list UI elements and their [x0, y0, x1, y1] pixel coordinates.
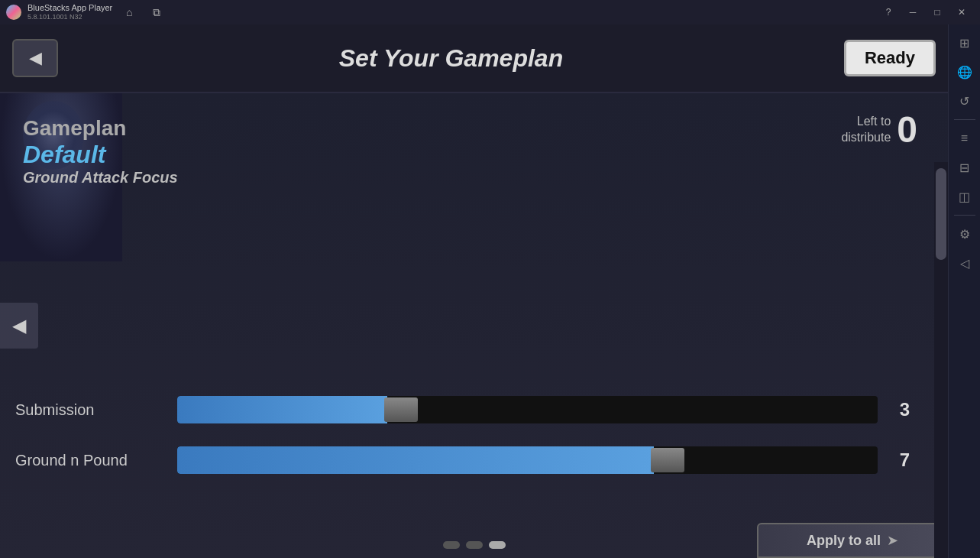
- ground-n-pound-track[interactable]: [177, 446, 878, 474]
- ground-n-pound-slider-row: Ground n Pound 7: [15, 446, 910, 474]
- submission-fill: [177, 396, 387, 423]
- sidebar-divider-1: [954, 119, 975, 120]
- sliders-section: Submission 3 Ground n Pound 7: [0, 396, 925, 497]
- ground-n-pound-fill: [177, 446, 654, 474]
- sidebar-icon-refresh[interactable]: ↺: [953, 89, 977, 113]
- pagination: [443, 541, 506, 549]
- dot-1[interactable]: [443, 541, 460, 549]
- titlebar: BlueStacks App Player 5.8.101.1001 N32 ⌂…: [0, 0, 980, 24]
- left-arrow-button[interactable]: ◀: [0, 303, 38, 349]
- submission-label: Submission: [15, 401, 168, 419]
- gameplan-style: Ground Attack Focus: [23, 169, 178, 187]
- submission-slider-row: Submission 3: [15, 396, 910, 423]
- scroll-thumb[interactable]: [936, 168, 946, 260]
- distribute-value: 0: [897, 109, 917, 151]
- game-area: ◀ Set Your Gameplan Ready ◀ Gameplan Def…: [0, 24, 948, 558]
- apply-arrow-icon: ➤: [887, 532, 898, 549]
- clone-icon-btn[interactable]: ⧉: [146, 2, 167, 23]
- dot-3[interactable]: [489, 541, 506, 549]
- sidebar-divider-2: [954, 215, 975, 216]
- ground-n-pound-thumb: [651, 448, 684, 472]
- sidebar-icon-arrow-left[interactable]: ◁: [953, 251, 977, 275]
- submission-thumb: [384, 397, 418, 422]
- apply-to-all-button[interactable]: Apply to all ➤: [757, 523, 948, 558]
- minimize-button[interactable]: ─: [901, 2, 925, 23]
- sidebar-icon-globe[interactable]: 🌐: [953, 60, 977, 84]
- window-controls: ? ─ □ ✕: [876, 2, 974, 23]
- scroll-track: [934, 162, 948, 558]
- sidebar-icon-grid2[interactable]: ⊟: [953, 155, 977, 180]
- sidebar-icon-settings[interactable]: ⚙: [953, 222, 977, 246]
- sidebar-icon-layers[interactable]: ≡: [953, 126, 977, 151]
- sidebar-icon-grid[interactable]: ⊞: [953, 31, 977, 55]
- sidebar-icon-box[interactable]: ◫: [953, 184, 977, 209]
- app-title: BlueStacks App Player: [27, 3, 112, 13]
- submission-track[interactable]: [177, 396, 878, 423]
- page-title: Set Your Gameplan: [58, 44, 844, 73]
- game-content: ◀ Gameplan Default Ground Attack Focus L…: [0, 93, 948, 558]
- back-icon: ◀: [29, 48, 42, 68]
- apply-to-all-label: Apply to all: [807, 533, 881, 549]
- distribute-info: Left todistribute 0: [841, 109, 917, 151]
- main-wrapper: ◀ Set Your Gameplan Ready ◀ Gameplan Def…: [0, 24, 980, 558]
- bluestacks-logo: [6, 5, 21, 20]
- gameplan-name: Default: [23, 141, 178, 169]
- home-icon-btn[interactable]: ⌂: [118, 2, 140, 23]
- ground-n-pound-value: 7: [887, 449, 910, 471]
- dot-2[interactable]: [466, 541, 483, 549]
- submission-value: 3: [887, 399, 910, 420]
- maximize-button[interactable]: □: [925, 2, 949, 23]
- right-sidebar: ⊞ 🌐 ↺ ≡ ⊟ ◫ ⚙ ◁: [948, 24, 980, 558]
- gameplan-label: Gameplan: [23, 116, 178, 141]
- gameplan-info: Gameplan Default Ground Attack Focus: [23, 116, 178, 187]
- close-button[interactable]: ✕: [949, 2, 974, 23]
- titlebar-left: BlueStacks App Player 5.8.101.1001 N32 ⌂…: [6, 2, 167, 23]
- distribute-label: Left todistribute: [841, 114, 891, 146]
- app-name: BlueStacks App Player 5.8.101.1001 N32: [27, 3, 112, 21]
- app-version: 5.8.101.1001 N32: [27, 13, 112, 21]
- ground-n-pound-label: Ground n Pound: [15, 452, 168, 469]
- back-button[interactable]: ◀: [12, 39, 58, 77]
- ready-button[interactable]: Ready: [844, 40, 936, 76]
- game-header: ◀ Set Your Gameplan Ready: [0, 24, 948, 93]
- help-button[interactable]: ?: [876, 2, 901, 23]
